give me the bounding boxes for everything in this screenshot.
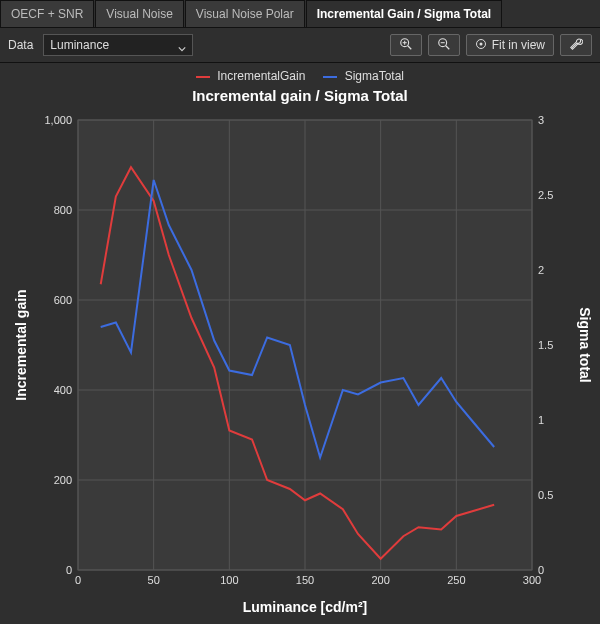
chevron-down-icon [178,42,186,56]
fit-in-view-button[interactable]: Fit in view [466,34,554,56]
zoom-in-icon [399,37,413,54]
zoom-out-icon [437,37,451,54]
legend-item-incremental-gain: IncrementalGain [196,69,305,83]
svg-text:1,000: 1,000 [44,114,72,126]
tab-oecf-snr[interactable]: OECF + SNR [0,0,94,27]
svg-text:0: 0 [538,564,544,576]
tab-visual-noise-polar[interactable]: Visual Noise Polar [185,0,305,27]
legend-label-2: SigmaTotal [345,69,404,83]
svg-text:1.5: 1.5 [538,339,553,351]
svg-point-8 [479,42,482,45]
zoom-in-button[interactable] [390,34,422,56]
chart-svg: 05010015020025030002004006008001,00000.5… [8,110,592,620]
svg-text:150: 150 [296,574,314,586]
toolbar: Data Luminance Fit in view [0,28,600,63]
svg-text:0: 0 [66,564,72,576]
legend-item-sigma-total: SigmaTotal [323,69,404,83]
tab-bar: OECF + SNR Visual Noise Visual Noise Pol… [0,0,600,28]
svg-line-5 [445,45,449,49]
chart: 05010015020025030002004006008001,00000.5… [8,110,592,624]
svg-text:0.5: 0.5 [538,489,553,501]
svg-text:Sigma total: Sigma total [577,307,592,382]
wrench-icon [569,37,583,54]
chart-legend: IncrementalGain SigmaTotal [0,63,600,85]
svg-text:100: 100 [220,574,238,586]
svg-text:50: 50 [148,574,160,586]
svg-text:2: 2 [538,264,544,276]
svg-line-1 [407,45,411,49]
settings-button[interactable] [560,34,592,56]
svg-text:3: 3 [538,114,544,126]
svg-text:1: 1 [538,414,544,426]
svg-text:250: 250 [447,574,465,586]
svg-text:Luminance [cd/m²]: Luminance [cd/m²] [243,599,367,615]
svg-text:Incremental gain: Incremental gain [13,289,29,400]
legend-swatch-2 [323,76,337,78]
data-select-value: Luminance [50,38,109,52]
chart-title: Incremental gain / Sigma Total [0,87,600,104]
fit-in-view-label: Fit in view [492,38,545,52]
data-select[interactable]: Luminance [43,34,193,56]
legend-swatch-1 [196,76,210,78]
legend-label-1: IncrementalGain [217,69,305,83]
tab-incremental-gain[interactable]: Incremental Gain / Sigma Total [306,0,503,27]
svg-text:0: 0 [75,574,81,586]
data-label: Data [8,38,33,52]
svg-text:800: 800 [54,204,72,216]
zoom-out-button[interactable] [428,34,460,56]
svg-text:400: 400 [54,384,72,396]
svg-text:600: 600 [54,294,72,306]
svg-text:2.5: 2.5 [538,189,553,201]
tab-visual-noise[interactable]: Visual Noise [95,0,183,27]
svg-text:200: 200 [54,474,72,486]
fit-icon [475,38,487,53]
svg-text:200: 200 [371,574,389,586]
